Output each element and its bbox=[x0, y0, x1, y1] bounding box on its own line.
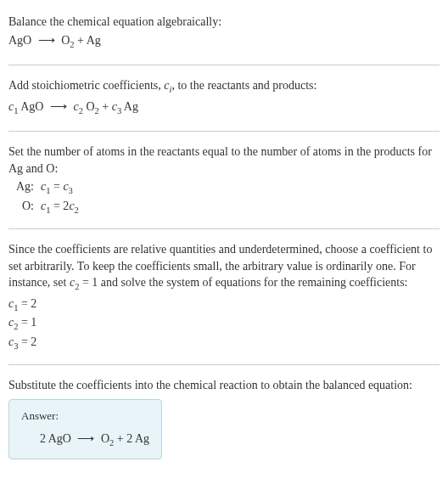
plus: + bbox=[75, 34, 87, 47]
section-answer: Substitute the coefficients into the che… bbox=[8, 370, 440, 465]
ag: Ag bbox=[121, 100, 138, 113]
lhs: 2 AgO bbox=[40, 432, 71, 445]
text: , to the reactants and products: bbox=[171, 79, 316, 92]
balance-row-ag: Ag: c1 = c3 bbox=[8, 178, 440, 197]
plus: + bbox=[114, 432, 126, 445]
val: = 2 bbox=[18, 335, 36, 348]
product-ag: Ag bbox=[87, 34, 101, 47]
elem-label: Ag: bbox=[8, 178, 34, 195]
text: = 1 and solve the system of equations fo… bbox=[79, 276, 407, 289]
section-problem: Balance the chemical equation algebraica… bbox=[8, 7, 440, 59]
solve-instruction: Since the coefficients are relative quan… bbox=[8, 241, 440, 294]
cn: 3 bbox=[69, 186, 73, 195]
ag: 2 Ag bbox=[126, 432, 149, 445]
elem-label: O: bbox=[8, 198, 34, 215]
eq: c1 = c3 bbox=[41, 178, 73, 197]
product-o2: O bbox=[61, 34, 70, 47]
eq-sign: = 2 bbox=[50, 200, 69, 212]
solution-c2: c2 = 1 bbox=[8, 314, 440, 333]
answer-label: Answer: bbox=[21, 408, 149, 424]
solution-c3: c3 = 2 bbox=[8, 334, 440, 352]
problem-statement: Balance the chemical equation algebraica… bbox=[8, 14, 440, 31]
divider bbox=[8, 131, 440, 132]
divider bbox=[8, 228, 440, 229]
arrow-icon: ⟶ bbox=[38, 34, 55, 47]
o2: O bbox=[101, 432, 109, 445]
text: Add stoichiometric coefficients, bbox=[8, 79, 164, 92]
section-atom-balance: Set the number of atoms in the reactants… bbox=[8, 137, 440, 223]
solution-list: c1 = 2 c2 = 1 c3 = 2 bbox=[8, 296, 440, 352]
balance-row-o: O: c1 = 2c2 bbox=[8, 198, 440, 217]
cn: 2 bbox=[75, 205, 79, 215]
answer-box: Answer: 2 AgO ⟶ O2 + 2 Ag bbox=[8, 399, 162, 459]
coef-instruction: Add stoichiometric coefficients, ci, to … bbox=[8, 77, 440, 96]
answer-instruction: Substitute the coefficients into the che… bbox=[8, 377, 440, 394]
balance-instruction: Set the number of atoms in the reactants… bbox=[8, 144, 440, 177]
coef-equation: c1 AgO ⟶ c2 O2 + c3 Ag bbox=[8, 99, 440, 117]
o2: O bbox=[83, 100, 95, 113]
val: = 2 bbox=[18, 297, 36, 310]
arrow-icon: ⟶ bbox=[50, 100, 67, 113]
balanced-equation: 2 AgO ⟶ O2 + 2 Ag bbox=[40, 431, 149, 449]
balance-table: Ag: c1 = c3 O: c1 = 2c2 bbox=[8, 178, 440, 217]
divider bbox=[8, 364, 440, 365]
val: = 1 bbox=[18, 316, 36, 329]
plus: + bbox=[99, 100, 112, 113]
arrow-icon: ⟶ bbox=[77, 432, 94, 445]
solution-c1: c1 = 2 bbox=[8, 296, 440, 314]
section-solve: Since the coefficients are relative quan… bbox=[8, 234, 440, 359]
section-coefficients: Add stoichiometric coefficients, ci, to … bbox=[8, 70, 440, 126]
reactant: AgO bbox=[8, 34, 31, 47]
eq: c1 = 2c2 bbox=[41, 198, 79, 217]
eq-sign: = bbox=[50, 180, 63, 193]
divider bbox=[8, 65, 440, 65]
initial-equation: AgO ⟶ O2 + Ag bbox=[8, 32, 440, 51]
reactant: AgO bbox=[18, 100, 43, 113]
